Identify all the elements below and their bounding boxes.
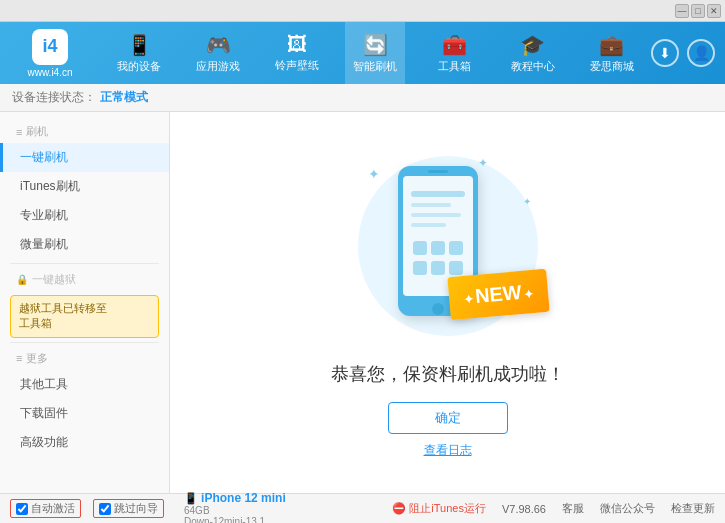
sidebar-divider-2	[10, 342, 159, 343]
nav-store[interactable]: 💼 爱思商城	[582, 22, 642, 84]
nav-apps-label: 应用游戏	[196, 59, 240, 74]
svg-rect-3	[411, 203, 451, 207]
title-bar: — □ ✕	[0, 0, 725, 22]
sidebar-item-itunes[interactable]: iTunes刷机	[0, 172, 169, 201]
store-icon: 💼	[599, 33, 624, 57]
nav-my-device[interactable]: 📱 我的设备	[109, 22, 169, 84]
window-controls: — □ ✕	[675, 4, 721, 18]
logo-url: www.i4.cn	[27, 67, 72, 78]
itunes-status-text: 阻止iTunes运行	[409, 502, 486, 514]
sidebar-jailbreak-section: 🔒 一键越狱	[0, 268, 169, 291]
user-button[interactable]: 👤	[687, 39, 715, 67]
svg-rect-4	[411, 213, 461, 217]
wechat-official-link[interactable]: 微信公众号	[600, 501, 655, 516]
nav-items: 📱 我的设备 🎮 应用游戏 🖼 铃声壁纸 🔄 智能刷机 🧰 工具箱 🎓 教程中心…	[100, 22, 651, 84]
device-icon: 📱	[184, 492, 201, 504]
tutorials-icon: 🎓	[520, 33, 545, 57]
wallpaper-icon: 🖼	[287, 33, 307, 56]
jailbreak-notice: 越狱工具已转移至工具箱	[10, 295, 159, 338]
lock-icon: 🔒	[16, 274, 28, 285]
svg-rect-11	[413, 261, 427, 275]
sidebar-item-other-tools[interactable]: 其他工具	[0, 370, 169, 399]
maximize-button[interactable]: □	[691, 4, 705, 18]
customer-service-link[interactable]: 客服	[562, 501, 584, 516]
skip-guide-checkbox-container[interactable]: 跳过向导	[93, 499, 164, 518]
header: i4 www.i4.cn 📱 我的设备 🎮 应用游戏 🖼 铃声壁纸 🔄 智能刷机…	[0, 22, 725, 84]
nav-flash-label: 智能刷机	[353, 59, 397, 74]
status-label: 设备连接状态：	[12, 89, 96, 106]
logo-icon: i4	[32, 29, 68, 65]
apps-icon: 🎮	[206, 33, 231, 57]
sparkle-1: ✦	[368, 166, 380, 182]
device-firmware: Down-12mini-13,1	[184, 516, 265, 524]
nav-wallpaper-label: 铃声壁纸	[275, 58, 319, 73]
svg-rect-2	[411, 191, 465, 197]
nav-toolbox-label: 工具箱	[438, 59, 471, 74]
download-button[interactable]: ⬇	[651, 39, 679, 67]
skip-guide-checkbox[interactable]	[99, 503, 111, 515]
svg-rect-8	[413, 241, 427, 255]
sidebar-item-advanced[interactable]: 高级功能	[0, 428, 169, 457]
check-update-link[interactable]: 检查更新	[671, 501, 715, 516]
content-area: ✦ ✦ ✦	[170, 112, 725, 493]
bottom-bar: 自动激活 跳过向导 📱 iPhone 12 mini 64GB Down-12m…	[0, 493, 725, 523]
logo-char: i4	[42, 36, 57, 57]
confirm-button[interactable]: 确定	[388, 402, 508, 434]
bottom-left: 自动激活 跳过向导 📱 iPhone 12 mini 64GB Down-12m…	[10, 491, 392, 524]
flash-icon: 🔄	[363, 33, 388, 57]
more-section-label: 更多	[26, 351, 48, 366]
nav-apps-games[interactable]: 🎮 应用游戏	[188, 22, 248, 84]
success-illustration: ✦ ✦ ✦	[338, 146, 558, 346]
status-bar: 设备连接状态： 正常模式	[0, 84, 725, 112]
skip-guide-label: 跳过向导	[114, 501, 158, 516]
bottom-right: ⛔ 阻止iTunes运行 V7.98.66 客服 微信公众号 检查更新	[392, 501, 715, 516]
flash-section-icon: ≡	[16, 126, 22, 138]
phone-icon: 📱	[127, 33, 152, 57]
svg-rect-9	[431, 241, 445, 255]
nav-toolbox[interactable]: 🧰 工具箱	[424, 22, 484, 84]
more-section-icon: ≡	[16, 352, 22, 364]
nav-tutorials[interactable]: 🎓 教程中心	[503, 22, 563, 84]
svg-rect-7	[428, 170, 448, 173]
nav-tutorials-label: 教程中心	[511, 59, 555, 74]
nav-smart-flash[interactable]: 🔄 智能刷机	[345, 22, 405, 84]
auto-flash-checkbox-container[interactable]: 自动激活	[10, 499, 81, 518]
sidebar-item-pro[interactable]: 专业刷机	[0, 201, 169, 230]
logo[interactable]: i4 www.i4.cn	[0, 29, 100, 78]
nav-wallpaper[interactable]: 🖼 铃声壁纸	[267, 22, 327, 84]
retry-log-link[interactable]: 查看日志	[424, 442, 472, 459]
sidebar-item-one-click[interactable]: 一键刷机	[0, 143, 169, 172]
sidebar-section-more: ≡ 更多	[0, 347, 169, 370]
svg-rect-5	[411, 223, 446, 227]
svg-rect-13	[449, 261, 463, 275]
sidebar-item-download-fw[interactable]: 下载固件	[0, 399, 169, 428]
sidebar: ≡ 刷机 一键刷机 iTunes刷机 专业刷机 微量刷机 🔒 一键越狱 越狱工具…	[0, 112, 170, 493]
status-value: 正常模式	[100, 89, 148, 106]
minimize-button[interactable]: —	[675, 4, 689, 18]
auto-flash-checkbox[interactable]	[16, 503, 28, 515]
sidebar-divider-1	[10, 263, 159, 264]
sidebar-item-save[interactable]: 微量刷机	[0, 230, 169, 259]
main-layout: ≡ 刷机 一键刷机 iTunes刷机 专业刷机 微量刷机 🔒 一键越狱 越狱工具…	[0, 112, 725, 493]
sparkle-2: ✦	[523, 196, 531, 207]
sidebar-section-flash: ≡ 刷机	[0, 120, 169, 143]
toolbox-icon: 🧰	[442, 33, 467, 57]
jailbreak-label: 一键越狱	[32, 272, 76, 287]
svg-rect-12	[431, 261, 445, 275]
auto-flash-label: 自动激活	[31, 501, 75, 516]
new-badge: NEW	[447, 269, 549, 320]
version-text: V7.98.66	[502, 503, 546, 515]
stop-icon: ⛔	[392, 502, 409, 514]
nav-my-device-label: 我的设备	[117, 59, 161, 74]
device-name: iPhone 12 mini	[201, 491, 286, 505]
close-button[interactable]: ✕	[707, 4, 721, 18]
success-message: 恭喜您，保资料刷机成功啦！	[331, 362, 565, 386]
itunes-status: ⛔ 阻止iTunes运行	[392, 501, 486, 516]
svg-point-6	[432, 303, 444, 315]
device-info: 📱 iPhone 12 mini 64GB Down-12mini-13,1	[184, 491, 286, 524]
device-storage: 64GB	[184, 505, 210, 516]
flash-section-label: 刷机	[26, 124, 48, 139]
svg-rect-10	[449, 241, 463, 255]
nav-right: ⬇ 👤	[651, 39, 725, 67]
nav-store-label: 爱思商城	[590, 59, 634, 74]
